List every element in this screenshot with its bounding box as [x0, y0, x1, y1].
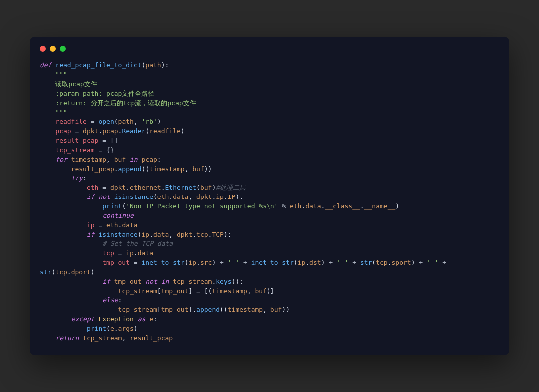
docstring-line: :return: 分开之后的tcp流，读取的pcap文件 — [55, 99, 196, 107]
call-open: open — [98, 118, 114, 125]
call-print: print — [102, 202, 122, 210]
docstring-line: 读取pcap文件 — [55, 80, 97, 88]
docstring-open: """ — [55, 71, 67, 78]
function-name: read_pcap_file_to_dict — [55, 61, 141, 69]
comment: #处理二层 — [216, 184, 246, 191]
var-tcp-stream: tcp_stream — [55, 146, 94, 154]
maximize-icon[interactable] — [60, 46, 66, 52]
var-result-pcap: result_pcap — [55, 137, 98, 144]
minimize-icon[interactable] — [50, 46, 56, 52]
keyword-continue: continue — [102, 212, 134, 219]
code-window: def read_pcap_file_to_dict(path): """ 读取… — [30, 37, 509, 355]
docstring-line: :param path: pcap文件全路径 — [55, 90, 154, 97]
keyword-except: except — [71, 315, 95, 323]
docstring-close: """ — [55, 109, 67, 116]
close-icon[interactable] — [40, 46, 46, 52]
window-titlebar — [40, 46, 499, 52]
keyword-else: else — [102, 296, 118, 304]
code-block: def read_pcap_file_to_dict(path): """ 读取… — [40, 61, 499, 343]
keyword-try: try — [71, 174, 83, 182]
comment: # Set the TCP data — [102, 240, 173, 247]
keyword-def: def — [40, 61, 51, 69]
keyword-for: for — [55, 156, 67, 163]
var-pcap: pcap — [55, 127, 71, 135]
keyword-return: return — [55, 334, 79, 342]
var-readfile: readfile — [55, 118, 87, 125]
param-path: path — [145, 61, 161, 69]
